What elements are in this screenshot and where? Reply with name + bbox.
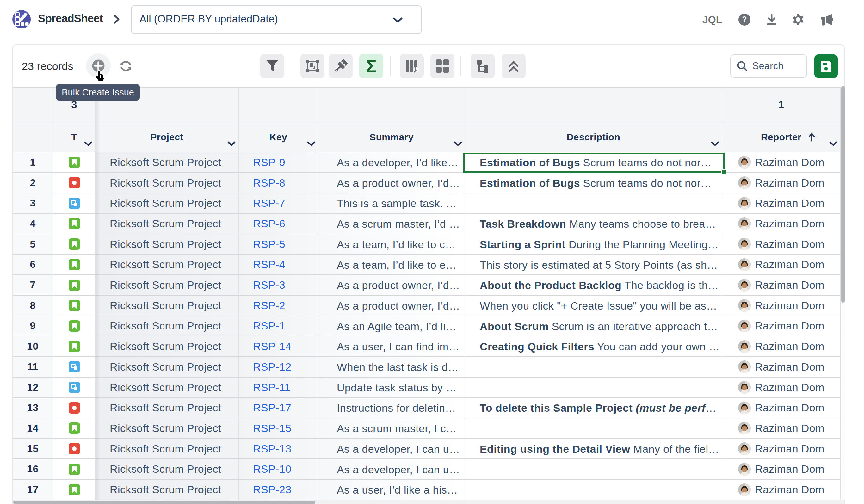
- svg-text:?: ?: [742, 15, 747, 24]
